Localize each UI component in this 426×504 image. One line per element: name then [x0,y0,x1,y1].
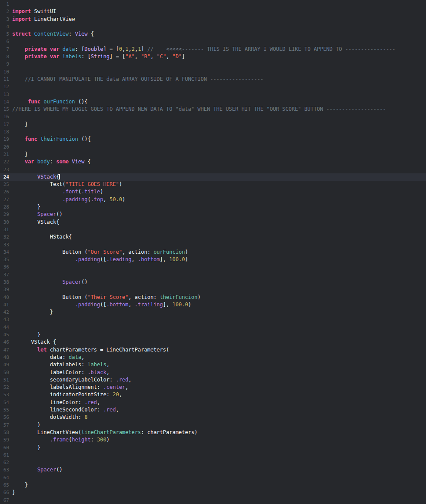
code-line[interactable]: 58 LineChartView(lineChartParameters: ch… [0,429,426,436]
line-number[interactable]: 67 [0,497,9,504]
code-line[interactable]: 33 [0,241,426,249]
line-number[interactable]: 29 [0,211,9,218]
line-number[interactable]: 38 [0,279,9,286]
code-line[interactable]: 64 [0,474,426,481]
line-number[interactable]: 40 [0,294,9,301]
code-line[interactable]: 20 [0,143,426,151]
line-number[interactable]: 45 [0,331,9,338]
line-number[interactable]: 30 [0,219,9,226]
line-number[interactable]: 10 [0,68,9,76]
line-number[interactable]: 44 [0,324,9,331]
line-number[interactable]: 57 [0,421,9,429]
line-number[interactable]: 60 [0,444,9,451]
line-number[interactable]: 65 [0,481,9,489]
line-number[interactable]: 37 [0,271,9,279]
line-number[interactable]: 48 [0,354,9,361]
code-line[interactable]: 46 VStack { [0,338,426,346]
line-number[interactable]: 47 [0,346,9,354]
xcode-editor[interactable]: 12import SwiftUI3import LineChartView45s… [0,0,426,504]
code-line[interactable]: 3import LineChartView [0,16,426,23]
line-number[interactable]: 34 [0,249,9,256]
code-line[interactable]: 2import SwiftUI [0,8,426,15]
line-number[interactable]: 8 [0,53,9,60]
line-number[interactable]: 12 [0,83,9,90]
code-line[interactable]: 42 } [0,308,426,316]
code-line[interactable]: 7 private var data: [Double] = [0,1,2,1]… [0,46,426,53]
line-number[interactable]: 50 [0,369,9,376]
line-number[interactable]: 42 [0,308,9,316]
line-number[interactable]: 16 [0,113,9,120]
line-number[interactable]: 35 [0,256,9,263]
line-number[interactable]: 24 [0,173,9,181]
code-line[interactable]: 16 [0,113,426,120]
line-number[interactable]: 5 [0,30,9,38]
line-number[interactable]: 62 [0,459,9,466]
code-line[interactable]: 41 .padding([.bottom, .trailing], 100.0) [0,301,426,308]
code-line[interactable]: 35 .padding([.leading, .bottom], 100.0) [0,256,426,263]
code-line[interactable]: 49 dataLabels: labels, [0,361,426,368]
line-number[interactable]: 21 [0,151,9,158]
code-line[interactable]: 1 [0,0,426,8]
code-line[interactable]: 27 .padding(.top, 50.0) [0,196,426,203]
line-number[interactable]: 33 [0,241,9,249]
code-area[interactable]: 12import SwiftUI3import LineChartView45s… [0,0,426,504]
line-number[interactable]: 31 [0,226,9,233]
code-line[interactable]: 11 //I CANNOT MANIPULATE THE data ARRAY … [0,76,426,83]
code-line[interactable]: 65 } [0,481,426,489]
line-number[interactable]: 41 [0,301,9,308]
line-number[interactable]: 15 [0,106,9,113]
line-number[interactable]: 66 [0,489,9,496]
code-line[interactable]: 26 .font(.title) [0,188,426,196]
line-number[interactable]: 52 [0,384,9,391]
line-number[interactable]: 61 [0,451,9,459]
code-line[interactable]: 12 [0,83,426,90]
line-number[interactable]: 64 [0,474,9,481]
code-line[interactable]: 61 [0,451,426,459]
code-line[interactable]: 53 indicatorPointSize: 20, [0,391,426,398]
code-line[interactable]: 63 Spacer() [0,466,426,474]
line-number[interactable]: 20 [0,143,9,151]
code-line[interactable]: 44 [0,324,426,331]
code-line[interactable]: 45 } [0,331,426,338]
code-line[interactable]: 54 lineColor: .red, [0,399,426,406]
line-number[interactable]: 32 [0,233,9,241]
code-line[interactable]: 40 Button ("Their Score", action: theirF… [0,294,426,301]
code-line[interactable]: 15//HERE IS WHERE MY LOGIC GOES TO APPEN… [0,106,426,113]
code-line[interactable]: 34 Button ("Our Score", action: ourFunci… [0,249,426,256]
code-line[interactable]: 67 [0,497,426,504]
code-line[interactable]: 32 HStack{ [0,233,426,241]
code-line[interactable]: 30 VStack{ [0,219,426,226]
line-number[interactable]: 26 [0,188,9,196]
code-line[interactable]: 50 labelColor: .black, [0,369,426,376]
line-number[interactable]: 27 [0,196,9,203]
code-line[interactable]: 62 [0,459,426,466]
code-line[interactable]: 37 [0,271,426,279]
code-line[interactable]: 48 data: data, [0,354,426,361]
code-line[interactable]: 56 dotsWidth: 8 [0,414,426,421]
code-line[interactable]: 17 } [0,121,426,128]
line-number[interactable]: 19 [0,136,9,143]
line-number[interactable]: 18 [0,128,9,136]
code-line[interactable]: 66} [0,489,426,496]
code-line[interactable]: 14 func ourFuncion (){ [0,98,426,106]
code-line[interactable]: 28 } [0,203,426,211]
code-line[interactable]: 57 ) [0,421,426,429]
code-line[interactable]: 10 [0,68,426,76]
line-number[interactable]: 43 [0,316,9,323]
line-number[interactable]: 17 [0,121,9,128]
code-line[interactable]: 60 } [0,444,426,451]
line-number[interactable]: 14 [0,98,9,106]
line-number[interactable]: 1 [0,0,9,8]
line-number[interactable]: 54 [0,399,9,406]
line-number[interactable]: 23 [0,166,9,173]
code-line[interactable]: 51 secondaryLabelColor: .red, [0,376,426,384]
code-line[interactable]: 24 VStack{ [0,173,426,181]
code-line[interactable]: 43 [0,316,426,323]
code-line[interactable]: 22 var body: some View { [0,158,426,166]
line-number[interactable]: 4 [0,23,9,30]
line-number[interactable]: 6 [0,38,9,45]
line-number[interactable]: 7 [0,46,9,53]
line-number[interactable]: 59 [0,436,9,444]
line-number[interactable]: 39 [0,286,9,293]
line-number[interactable]: 13 [0,91,9,98]
